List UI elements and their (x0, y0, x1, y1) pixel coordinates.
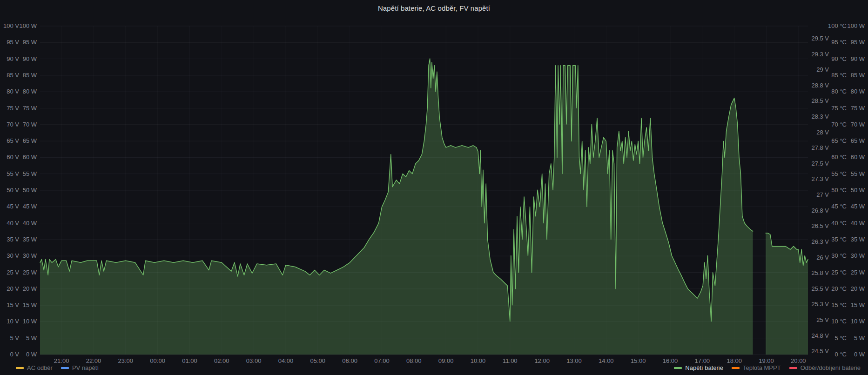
right-axis-battery-voltage-tick: 27.3 V (811, 175, 829, 183)
right-axis-temperature-tick: 40 °C (831, 220, 847, 227)
left-axis-power-tick: 35 W (23, 236, 37, 243)
right-axis-temperature-tick: 70 °C (831, 121, 847, 128)
right-axis-battery-voltage-tick: 26.3 V (811, 238, 829, 246)
right-axis-power-tick: 20 W (851, 285, 865, 293)
right-axis-power-tick: 65 W (851, 137, 865, 145)
right-axis-power-tick: 90 W (851, 55, 865, 63)
right-axis-temperature-tick: 100 °C (828, 22, 847, 30)
right-axis-temperature-tick: 60 °C (831, 154, 847, 161)
right-axis-battery-voltage-tick: 26 V (816, 254, 829, 261)
x-axis-label: 23:00 (118, 357, 134, 365)
x-axis-label: 08:00 (406, 357, 422, 365)
left-axis-voltage-tick: 80 V (7, 88, 19, 95)
right-axis-power-tick: 5 W (854, 335, 865, 342)
left-axis-power-tick: 90 W (23, 55, 37, 63)
right-axis-power-tick: 50 W (851, 187, 865, 194)
legend-item-ac-odber[interactable]: AC odběr (16, 364, 53, 372)
left-axis-power-tick: 60 W (23, 154, 37, 161)
left-axis-voltage-tick: 65 V (7, 137, 19, 145)
right-axis-power-tick: 55 W (851, 170, 865, 178)
right-axis-battery-voltage-tick: 24.8 V (811, 332, 829, 340)
legend-swatch-teplota-mppt (732, 367, 740, 369)
legend-item-pv-napeti[interactable]: PV napětí (61, 364, 99, 372)
right-axis-temperature-tick: 90 °C (831, 55, 847, 63)
x-axis-label: 00:00 (150, 357, 165, 365)
legend-group-right: Napětí baterieTeplota MPPTOdběr/dobíjení… (674, 364, 861, 372)
left-axis-voltage-tick: 75 V (7, 105, 19, 112)
right-axis-battery-voltage-tick: 26.5 V (811, 222, 829, 230)
left-axis-power-tick: 50 W (23, 187, 37, 194)
x-axis-label: 16:00 (663, 357, 678, 365)
left-axis-voltage-tick: 30 V (7, 252, 19, 260)
left-axis-voltage-tick: 0 V (10, 351, 19, 358)
left-axis-power-tick: 10 W (23, 318, 37, 325)
left-axis-voltage-tick: 70 V (7, 121, 19, 128)
left-axis-power-tick: 65 W (23, 137, 37, 145)
left-axis-power-tick: 5 W (26, 335, 37, 342)
legend-group-left: AC odběrPV napětí (16, 364, 99, 372)
right-axis-temperature-tick: 55 °C (831, 170, 847, 178)
left-axis-power-tick: 25 W (23, 269, 37, 276)
right-axis-temperature-tick: 10 °C (831, 318, 847, 325)
panel-title[interactable]: Napětí baterie, AC odběr, FV napětí (0, 4, 868, 12)
right-axis-power-tick: 60 W (851, 154, 865, 161)
legend-item-teplota-mppt[interactable]: Teplota MPPT (732, 364, 781, 372)
x-axis-label: 12:00 (534, 357, 550, 365)
legend-swatch-ac-odber (16, 367, 24, 369)
chart-plot-area[interactable] (0, 0, 868, 375)
right-axis-temperature-tick: 0 °C (835, 351, 847, 358)
x-axis-label: 03:00 (246, 357, 262, 365)
x-axis-label: 04:00 (278, 357, 294, 365)
right-axis-battery-voltage-tick: 25.8 V (811, 269, 829, 277)
right-axis-temperature-tick: 80 °C (831, 88, 847, 95)
right-axis-temperature-tick: 25 °C (831, 269, 847, 276)
x-axis-label: 20:00 (791, 357, 806, 365)
left-axis-voltage-tick: 5 V (10, 335, 19, 342)
legend-label-ac-odber: AC odběr (27, 364, 53, 372)
right-axis-battery-voltage-tick: 25.5 V (811, 285, 829, 293)
left-axis-voltage-tick: 55 V (7, 170, 19, 178)
right-axis-power-tick: 40 W (851, 220, 865, 227)
right-axis-temperature-tick: 50 °C (831, 187, 847, 194)
left-axis-voltage-tick: 15 V (7, 301, 19, 309)
x-axis-label: 19:00 (759, 357, 774, 365)
left-axis-voltage-tick: 95 V (7, 39, 19, 46)
right-axis-power-tick: 85 W (851, 72, 865, 79)
left-axis-voltage-tick: 10 V (7, 318, 19, 325)
right-axis-power-tick: 25 W (851, 269, 865, 276)
legend-swatch-napeti-baterie (674, 367, 682, 369)
right-axis-temperature-tick: 85 °C (831, 72, 847, 79)
x-axis-label: 06:00 (342, 357, 357, 365)
right-axis-temperature-tick: 20 °C (831, 285, 847, 293)
right-axis-power-tick: 35 W (851, 236, 865, 243)
legend-swatch-pv-napeti (61, 367, 69, 369)
left-axis-power-tick: 80 W (23, 88, 37, 95)
right-axis-battery-voltage-tick: 27.8 V (811, 144, 829, 152)
x-axis-label: 15:00 (631, 357, 646, 365)
right-axis-power-tick: 45 W (851, 203, 865, 210)
left-axis-power-tick: 95 W (23, 39, 37, 46)
left-axis-power-tick: 55 W (23, 170, 37, 178)
legend-item-napeti-baterie[interactable]: Napětí baterie (674, 364, 723, 372)
x-axis-label: 13:00 (566, 357, 582, 365)
right-axis-battery-voltage-tick: 27 V (816, 191, 829, 199)
x-axis-label: 02:00 (214, 357, 229, 365)
right-axis-battery-voltage-tick: 25.3 V (811, 301, 829, 308)
legend-item-odber-dobijeni-baterie[interactable]: Odběr/dobíjení baterie (789, 364, 861, 372)
right-axis-battery-voltage-tick: 28.3 V (811, 113, 829, 121)
left-axis-power-tick: 70 W (23, 121, 37, 128)
left-axis-voltage-tick: 40 V (7, 220, 19, 227)
left-axis-power-tick: 0 W (26, 351, 37, 358)
chart-canvas[interactable] (0, 0, 868, 375)
x-axis-label: 05:00 (310, 357, 326, 365)
right-axis-battery-voltage-tick: 28 V (816, 129, 829, 136)
legend-label-teplota-mppt: Teplota MPPT (743, 364, 781, 372)
left-axis-power-tick: 40 W (23, 220, 37, 227)
x-axis-label: 11:00 (503, 357, 518, 365)
right-axis-temperature-tick: 15 °C (831, 301, 847, 309)
left-axis-power-tick: 15 W (23, 301, 37, 309)
right-axis-power-tick: 0 W (854, 351, 865, 358)
right-axis-temperature-tick: 95 °C (831, 39, 847, 46)
legend-label-odber-dobijeni-baterie: Odběr/dobíjení baterie (801, 364, 861, 372)
right-axis-temperature-tick: 35 °C (831, 236, 847, 243)
